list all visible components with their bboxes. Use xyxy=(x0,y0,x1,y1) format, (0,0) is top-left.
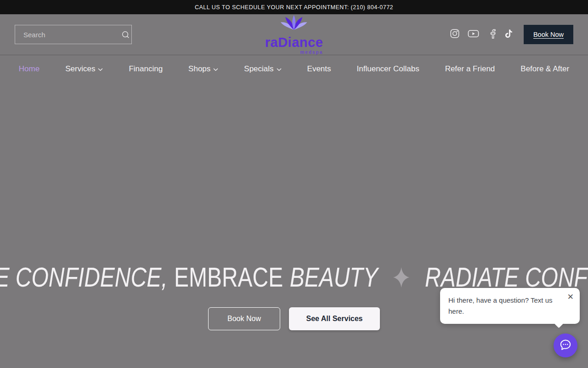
close-icon[interactable]: ✕ xyxy=(567,293,574,301)
youtube-link[interactable] xyxy=(468,29,479,40)
header-book-now-button[interactable]: Book Now xyxy=(524,25,573,44)
logo-wordmark: raDiance xyxy=(265,36,323,49)
nav-item-financing[interactable]: Financing xyxy=(129,64,163,74)
hero-buttons: Book Now See All Services xyxy=(208,307,380,330)
see-all-services-button[interactable]: See All Services xyxy=(289,307,380,330)
nav-item-shops[interactable]: Shops xyxy=(188,64,218,74)
marquee-phrase: RADIATE CONFIDENCE, EMBRACE BEAUTY xyxy=(0,259,378,296)
nav-item-specials[interactable]: Specials xyxy=(244,64,281,74)
search-icon[interactable] xyxy=(115,30,136,39)
medspa-homepage: CALL US TO SCHEDULE YOUR NEXT APPOINTMEN… xyxy=(0,0,588,368)
chat-launcher-button[interactable] xyxy=(554,334,577,357)
nav-item-before-after[interactable]: Before & After xyxy=(520,64,569,74)
chat-tooltip-tail xyxy=(554,318,564,328)
lotus-flower-icon xyxy=(277,15,311,38)
site-header: raDiance medspa xyxy=(0,14,588,55)
chat-tooltip: Hi there, have a question? Text us here.… xyxy=(440,288,580,324)
announcement-text: CALL US TO SCHEDULE YOUR NEXT APPOINTMEN… xyxy=(195,4,393,11)
nav-item-refer-a-friend[interactable]: Refer a Friend xyxy=(445,64,495,74)
chat-tooltip-text: Hi there, have a question? Text us here. xyxy=(448,296,553,315)
facebook-icon xyxy=(487,29,496,40)
nav-item-influencer-collabs[interactable]: Influencer Collabs xyxy=(357,64,419,74)
nav-item-events[interactable]: Events xyxy=(307,64,331,74)
youtube-icon xyxy=(468,29,479,40)
chat-bubble-icon xyxy=(559,338,572,353)
tiktok-link[interactable] xyxy=(504,29,513,41)
logo[interactable]: raDiance medspa xyxy=(265,15,323,55)
main-nav: Home Services Financing Shops Specials E… xyxy=(0,55,588,83)
tiktok-icon xyxy=(504,29,513,41)
logo-subtext: medspa xyxy=(300,50,323,55)
announcement-bar: CALL US TO SCHEDULE YOUR NEXT APPOINTMEN… xyxy=(0,0,588,14)
chevron-down-icon xyxy=(213,64,218,74)
header-actions: Book Now xyxy=(450,25,573,44)
hero-book-now-button[interactable]: Book Now xyxy=(208,307,280,330)
chevron-down-icon xyxy=(98,64,103,74)
instagram-icon xyxy=(450,29,460,40)
sparkle-star-icon xyxy=(393,267,409,288)
nav-item-services[interactable]: Services xyxy=(65,64,103,74)
nav-item-home[interactable]: Home xyxy=(19,64,40,74)
search-input[interactable] xyxy=(15,31,115,39)
facebook-link[interactable] xyxy=(487,29,496,40)
chevron-down-icon xyxy=(277,64,282,74)
instagram-link[interactable] xyxy=(450,29,460,40)
search-box[interactable] xyxy=(15,25,132,44)
